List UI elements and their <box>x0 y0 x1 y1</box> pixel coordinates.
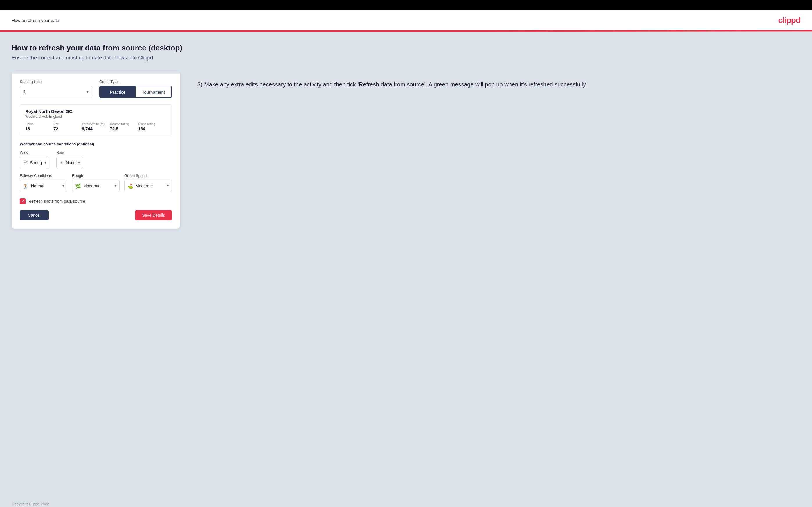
rough-select-wrapper: 🌿 Moderate ▾ <box>72 180 119 192</box>
rough-select[interactable]: Moderate <box>83 184 112 188</box>
practice-button[interactable]: Practice <box>100 87 136 98</box>
rough-icon: 🌿 <box>75 183 81 189</box>
wind-select[interactable]: Strong <box>30 160 42 165</box>
header-title: How to refresh your data <box>12 18 59 23</box>
main-content: How to refresh your data from source (de… <box>0 32 812 497</box>
wind-select-wrapper: 🌬 Strong ▾ <box>20 157 49 169</box>
page-heading: How to refresh your data from source (de… <box>12 44 800 53</box>
rain-select-wrapper: ☀ None ▾ <box>56 157 83 169</box>
cancel-button[interactable]: Cancel <box>20 210 49 220</box>
starting-hole-select[interactable]: 1 <box>23 90 89 94</box>
wind-label: Wind <box>20 150 49 155</box>
rain-select[interactable]: None <box>66 160 76 165</box>
starting-hole-select-wrapper: 1 ▾ <box>20 86 92 98</box>
green-speed-select[interactable]: Moderate <box>136 184 165 188</box>
green-speed-select-wrapper: ⛳ Moderate ▾ <box>124 180 172 192</box>
side-description: 3) Make any extra edits necessary to the… <box>197 80 800 89</box>
stat-par: Par 72 <box>53 122 82 131</box>
yards-value: 6,744 <box>82 126 110 131</box>
stat-yards: Yards/White (M)) 6,744 <box>82 122 110 131</box>
tournament-button[interactable]: Tournament <box>136 87 171 98</box>
course-stats: Holes 18 Par 72 Yards/White (M)) 6,744 C… <box>25 122 166 131</box>
side-text: 3) Make any extra edits necessary to the… <box>197 71 800 89</box>
course-name: Royal North Devon GC, <box>25 109 166 114</box>
holes-label: Holes <box>25 122 53 126</box>
fairway-icon: 🏌 <box>23 183 29 189</box>
stat-course-rating: Course rating 72.5 <box>110 122 138 131</box>
wind-chevron: ▾ <box>44 161 46 165</box>
fairway-select[interactable]: Normal <box>31 184 60 188</box>
checkmark-icon: ✓ <box>21 199 24 204</box>
clippd-logo: clippd <box>778 16 800 25</box>
green-speed-chevron: ▾ <box>167 184 169 188</box>
form-card: Starting Hole 1 ▾ Game Type Practice Tou… <box>12 71 180 229</box>
course-location: Westward Ho!, England <box>25 115 166 119</box>
par-value: 72 <box>53 126 82 131</box>
rough-label: Rough <box>72 173 119 178</box>
save-button[interactable]: Save Details <box>135 210 172 220</box>
par-label: Par <box>53 122 82 126</box>
stat-holes: Holes 18 <box>25 122 53 131</box>
wind-icon: 🌬 <box>23 160 28 165</box>
starting-hole-label: Starting Hole <box>20 79 92 84</box>
copyright-text: Copyright Clippd 2022 <box>12 502 49 506</box>
conditions-title: Weather and course conditions (optional) <box>20 142 172 146</box>
green-speed-label: Green Speed <box>124 173 172 178</box>
card-top-strip <box>12 71 180 74</box>
footer: Copyright Clippd 2022 <box>0 497 812 507</box>
rain-label: Rain <box>56 150 83 155</box>
fairway-label: Fairway Conditions <box>20 173 67 178</box>
course-rating-value: 72.5 <box>110 126 138 131</box>
rain-icon: ☀ <box>59 160 63 166</box>
holes-value: 18 <box>25 126 53 131</box>
button-row: Cancel Save Details <box>20 210 172 220</box>
yards-label: Yards/White (M)) <box>82 122 110 126</box>
slope-rating-label: Slope rating <box>138 122 166 126</box>
page-subheading: Ensure the correct and most up to date d… <box>12 55 800 61</box>
green-speed-icon: ⛳ <box>128 183 133 189</box>
game-type-group: Practice Tournament <box>99 86 172 98</box>
refresh-checkbox[interactable]: ✓ <box>20 199 26 204</box>
course-card: Royal North Devon GC, Westward Ho!, Engl… <box>20 104 172 135</box>
top-bar <box>0 0 812 10</box>
slope-rating-value: 134 <box>138 126 166 131</box>
rough-chevron: ▾ <box>115 184 116 188</box>
refresh-checkbox-row: ✓ Refresh shots from data source <box>20 199 172 204</box>
game-type-label: Game Type <box>99 79 172 84</box>
fairway-chevron: ▾ <box>62 184 64 188</box>
fairway-select-wrapper: 🏌 Normal ▾ <box>20 180 67 192</box>
header: How to refresh your data clippd <box>0 10 812 31</box>
rain-chevron: ▾ <box>78 161 80 165</box>
stat-slope-rating: Slope rating 134 <box>138 122 166 131</box>
refresh-label: Refresh shots from data source <box>29 199 85 204</box>
course-rating-label: Course rating <box>110 122 138 126</box>
